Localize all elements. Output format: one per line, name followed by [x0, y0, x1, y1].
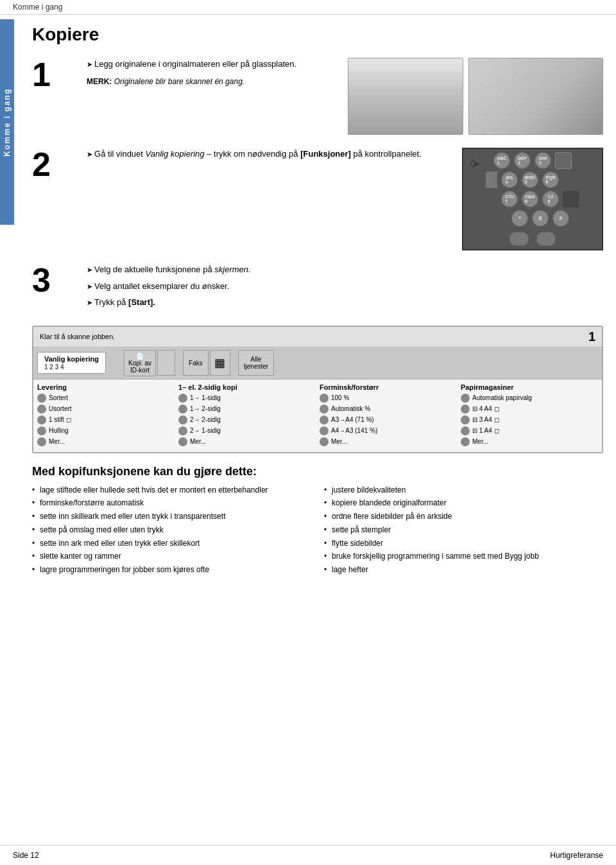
opt-mer-2[interactable]: Mer... — [178, 437, 316, 446]
panel-tabs: Vanlig kopiering 1 2 3 4 📄 Kopi. avID-ko… — [33, 347, 602, 380]
panel-number-badge: 1 — [588, 329, 595, 344]
panel-body: Levering Sortert Usortert 1 stift ◻ Hull… — [33, 380, 602, 452]
tab-kopi-id-kort[interactable]: 📄 Kopi. avID-kort — [124, 350, 175, 376]
col-levering-header: Levering — [37, 383, 175, 391]
panel-col-levering: Levering Sortert Usortert 1 stift ◻ Hull… — [37, 383, 175, 448]
feature-left-5: sette inn ark med eller uten trykk eller… — [32, 538, 311, 549]
radio-auto-papir[interactable] — [461, 394, 470, 403]
radio-mer-4[interactable] — [461, 437, 470, 446]
opt-3a4[interactable]: ⊟ 3 A4 ◻ — [461, 415, 598, 424]
tab-vanlig-kopiering[interactable]: Vanlig kopiering 1 2 3 4 — [37, 352, 106, 374]
opt-1-1sidig[interactable]: 1→ 1-sidig — [178, 394, 316, 403]
step-1-row: 1 Legg originalene i originalmateren ell… — [32, 58, 603, 135]
radio-a4a3[interactable] — [320, 426, 329, 435]
side-tab: Komme i gang — [0, 19, 14, 225]
page-title: Kopiere — [32, 24, 603, 45]
opt-1a4[interactable]: ⊟ 1 A4 ◻ — [461, 426, 598, 435]
step-1-number: 1 — [32, 58, 71, 135]
step-2-keypad: ABC1 DEF2 GHI3 JKL4 MNO5 PQR6 STU7 VWX8 — [462, 148, 603, 250]
features-title: Med kopifunksjonene kan du gjøre dette: — [32, 465, 603, 478]
radio-auto-pct[interactable] — [320, 405, 329, 414]
opt-4a4[interactable]: ⊟ 4 A4 ◻ — [461, 405, 598, 414]
opt-2-2sidig[interactable]: 2→ 2-sidig — [178, 415, 316, 424]
tab-vanlig-sub: 1 2 3 4 — [44, 363, 64, 371]
opt-auto-papir[interactable]: Automatisk papirvalg — [461, 394, 598, 403]
step-2-row: 2 Gå til vinduet Vanlig kopiering – tryk… — [32, 148, 603, 250]
panel-col-forminsk: Forminsk/forstørr 100 % Automatisk % A3→… — [320, 383, 457, 448]
top-header: Komme i gang — [0, 0, 616, 15]
feature-left-2: forminske/forstørre automatisk — [32, 498, 311, 509]
col-forminsk-header: Forminsk/forstørr — [320, 383, 457, 391]
step-3-row: 3 Velg de aktuelle funksjonene på skjerm… — [32, 263, 603, 313]
tab-kopi-icon: 📄 — [136, 353, 144, 360]
kp-btn-mno: MNO5 — [522, 171, 538, 188]
features-list: lage stiftede eller hullede sett hvis de… — [32, 485, 603, 579]
opt-1-2sidig[interactable]: 1→ 2-sidig — [178, 405, 316, 414]
feature-left-4: sette på omslag med eller uten trykk — [32, 525, 311, 536]
feature-left-1: lage stiftede eller hullede sett hvis de… — [32, 485, 311, 496]
kp-row-2: JKL4 MNO5 PQR6 — [486, 171, 579, 188]
kp-btn-star: * — [511, 210, 528, 227]
feature-right-7: lage hefter — [324, 564, 603, 575]
radio-mer-1[interactable] — [37, 437, 46, 446]
tab-vanlig-label: Vanlig kopiering — [44, 355, 99, 363]
tab-alle-tjenester[interactable]: Alletjenester — [238, 350, 274, 376]
kp-btn-ghi: GHI3 — [535, 152, 551, 169]
opt-100[interactable]: 100 % — [320, 394, 457, 403]
opt-auto-pct[interactable]: Automatisk % — [320, 405, 457, 414]
radio-1-1sidig[interactable] — [178, 394, 187, 403]
step-3-bullet-1: Velg de aktuelle funksjonene på skjermen… — [87, 263, 597, 276]
step-1-image-feeder — [348, 58, 463, 135]
footer-left: Side 12 — [13, 851, 39, 860]
features-section: Med kopifunksjonene kan du gjøre dette: … — [32, 465, 603, 579]
radio-2-2sidig[interactable] — [178, 415, 187, 424]
radio-usortert[interactable] — [37, 405, 46, 414]
panel-header: Klar til å skanne jobben. 1 — [33, 327, 602, 347]
radio-hulling[interactable] — [37, 426, 46, 435]
page-footer: Side 12 Hurtigreferanse — [0, 845, 616, 865]
feature-right-3: ordne flere sidebilder på én arkside — [324, 511, 603, 522]
radio-1stift[interactable] — [37, 415, 46, 424]
radio-sortert[interactable] — [37, 394, 46, 403]
radio-mer-3[interactable] — [320, 437, 329, 446]
feature-right-6: bruke forskjellig programmering i samme … — [324, 551, 603, 562]
step-2-panel-wrapper: ABC1 DEF2 GHI3 JKL4 MNO5 PQR6 STU7 VWX8 — [462, 148, 603, 250]
feature-right-5: flytte sidebilder — [324, 538, 603, 549]
step-1-bullet-1: Legg originalene i originalmateren eller… — [87, 58, 332, 71]
kp-btn-hash2: # — [552, 210, 569, 227]
radio-100[interactable] — [320, 394, 329, 403]
step-2-instruction: Gå til vinduet Vanlig kopiering – trykk … — [87, 148, 446, 161]
opt-hulling[interactable]: Hulling — [37, 426, 175, 435]
opt-a4a3[interactable]: A4→A3 (141 %) — [320, 426, 457, 435]
tab-faks[interactable]: Faks ▦ — [183, 350, 230, 376]
opt-mer-1[interactable]: Mer... — [37, 437, 175, 446]
feature-right-2: kopiere blandede originalformater — [324, 498, 603, 509]
side-tab-label: Komme i gang — [3, 88, 12, 157]
opt-2-1sidig[interactable]: 2→ 1-sidig — [178, 426, 316, 435]
kp-btn-hash — [563, 191, 579, 207]
radio-2-1sidig[interactable] — [178, 426, 187, 435]
step-3-text: Velg de aktuelle funksjonene på skjermen… — [87, 263, 603, 313]
radio-mer-2[interactable] — [178, 437, 187, 446]
radio-4a4[interactable] — [461, 405, 470, 414]
radio-3a4[interactable] — [461, 415, 470, 424]
footer-right: Hurtigreferanse — [550, 851, 603, 860]
opt-1stift[interactable]: 1 stift ◻ — [37, 415, 175, 424]
features-right-col: justere bildekvaliteten kopiere blandede… — [324, 485, 603, 579]
opt-usortert[interactable]: Usortert — [37, 405, 175, 414]
main-content: Kopiere 1 Legg originalene i originalmat… — [19, 15, 616, 588]
radio-a3a4[interactable] — [320, 415, 329, 424]
opt-a3a4[interactable]: A3→A4 (71 %) — [320, 415, 457, 424]
kp-btn-pause — [509, 232, 529, 246]
opt-mer-3[interactable]: Mer... — [320, 437, 457, 446]
opt-mer-4[interactable]: Mer... — [461, 437, 598, 446]
radio-1-2sidig[interactable] — [178, 405, 187, 414]
step-3-bullet-3: Trykk på [Start]. — [87, 296, 597, 309]
step-3-number: 3 — [32, 263, 71, 313]
kp-btn-stu: STU7 — [501, 191, 518, 207]
feature-left-3: sette inn skilleark med eller uten trykk… — [32, 511, 311, 522]
panel-header-text: Klar til å skanne jobben. — [40, 333, 115, 340]
tab-kopi-label: Kopi. avID-kort — [128, 360, 151, 374]
radio-1a4[interactable] — [461, 426, 470, 435]
opt-sortert[interactable]: Sortert — [37, 394, 175, 403]
